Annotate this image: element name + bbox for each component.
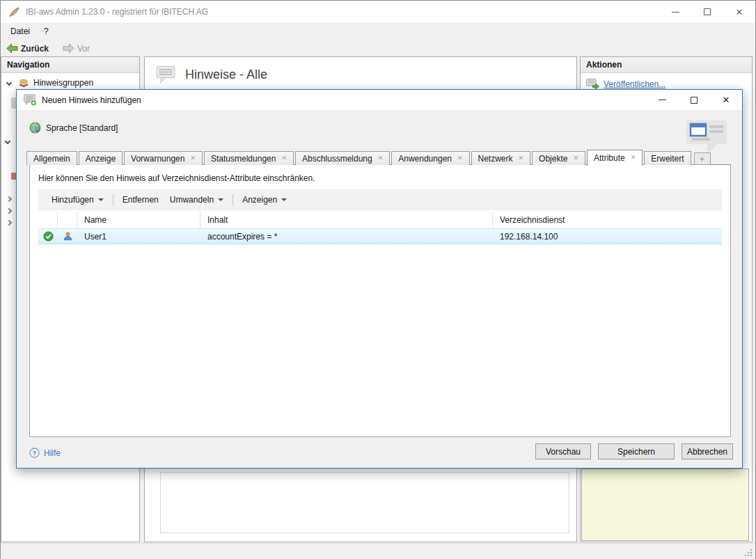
tree-icon-fragment — [11, 173, 16, 180]
close-tab-icon[interactable]: ✕ — [281, 155, 287, 162]
tab-vorwarnungen[interactable]: Vorwarnungen✕ — [124, 151, 203, 165]
back-button[interactable]: Zurück — [21, 44, 49, 54]
titlebar: IBI-aws Admin 1.23.0 - registriert für I… — [1, 1, 755, 23]
tab-statusmeldungen[interactable]: Statusmeldungen✕ — [204, 151, 294, 165]
status-ok-icon — [43, 231, 54, 242]
content-header: Hinweise - Alle — [145, 57, 576, 84]
toolbar-separator — [113, 194, 113, 205]
maximize-button[interactable] — [691, 1, 723, 23]
close-icon: ✕ — [736, 8, 743, 17]
tab-label: Allgemein — [33, 154, 70, 164]
close-button[interactable]: ✕ — [723, 1, 755, 23]
tab-erweitert[interactable]: Erweitert — [644, 151, 691, 165]
tab-anwendungen[interactable]: Anwendungen✕ — [391, 151, 469, 165]
close-tab-icon[interactable]: ✕ — [573, 155, 578, 162]
cancel-button[interactable]: Abbrechen — [682, 443, 733, 459]
forward-button[interactable]: Vor — [77, 44, 90, 54]
show-attribute-button[interactable]: Anzeigen — [237, 192, 292, 207]
add-attribute-button[interactable]: Hinzufügen — [46, 192, 109, 207]
dialog-buttons: Vorschau Speichern Abbrechen — [535, 443, 733, 459]
name-column-header[interactable]: Name — [77, 212, 200, 228]
navigation-header: Navigation — [1, 57, 139, 73]
app-window: IBI-aws Admin 1.23.0 - registriert für I… — [0, 0, 756, 559]
chevron-right-icon[interactable] — [6, 208, 12, 214]
close-tab-icon[interactable]: ✕ — [190, 155, 196, 162]
minimize-button[interactable] — [659, 1, 691, 23]
tree-item-label: Hinweisgruppen — [33, 78, 93, 88]
row-content-cell: accountExpires = * — [200, 229, 493, 244]
convert-attribute-button[interactable]: Umwandeln — [164, 192, 229, 207]
navigation-toolbar: Zurück Vor — [1, 40, 755, 56]
tab-allgemein[interactable]: Allgemein — [26, 151, 77, 165]
add-tab-button[interactable]: + — [694, 152, 711, 165]
menu-datei[interactable]: Datei — [3, 23, 37, 40]
publish-icon — [586, 79, 599, 89]
page-title: Hinweise - Alle — [185, 68, 267, 82]
minimize-icon — [672, 12, 679, 13]
tab-objekte[interactable]: Objekte✕ — [532, 151, 585, 165]
publish-action-row: Veröffentlichen... — [586, 79, 752, 89]
tab-label: Anwendungen — [398, 154, 452, 164]
table-row[interactable]: User1 accountExpires = * 192.168.14.100 — [38, 228, 722, 244]
attribute-toolbar: Hinzufügen Entfernen Umwandeln Anzeigen — [38, 189, 722, 210]
dialog-minimize-button[interactable] — [646, 90, 678, 110]
status-column-header[interactable] — [38, 212, 58, 228]
preview-button[interactable]: Vorschau — [535, 443, 591, 459]
hinweisgruppen-icon — [18, 78, 29, 88]
help-label: Hilfe — [44, 448, 61, 458]
content-inner-box — [160, 472, 569, 533]
chevron-right-icon[interactable] — [6, 196, 12, 202]
dialog-titlebar: Neuen Hinweis hinzufügen ✕ — [17, 90, 742, 110]
remove-attribute-button[interactable]: Entfernen — [117, 192, 164, 207]
back-arrow-icon[interactable] — [6, 43, 18, 54]
svg-text:?: ? — [33, 450, 36, 457]
attribute-tab-panel: Hier können Sie den Hinweis auf Verzeich… — [29, 164, 731, 437]
toolbar-separator — [233, 194, 233, 205]
dialog-close-button[interactable]: ✕ — [710, 90, 742, 110]
maximize-icon — [704, 8, 711, 15]
tab-abschlussmeldung[interactable]: Abschlussmeldung✕ — [295, 151, 390, 165]
dialog-maximize-button[interactable] — [678, 90, 710, 110]
tab-netzwerk[interactable]: Netzwerk✕ — [471, 151, 531, 165]
instruction-text: Hier können Sie den Hinweis auf Verzeich… — [38, 173, 722, 183]
tab-anzeige[interactable]: Anzeige — [79, 151, 123, 165]
type-column-header[interactable] — [58, 212, 77, 228]
resize-grip[interactable] — [745, 549, 752, 556]
statusbar — [1, 543, 755, 559]
forward-arrow-icon[interactable] — [63, 43, 74, 54]
user-icon — [63, 231, 73, 242]
directory-column-header[interactable]: Verzeichnisdienst — [493, 212, 722, 228]
close-tab-icon[interactable]: ✕ — [631, 155, 636, 161]
close-tab-icon[interactable]: ✕ — [457, 155, 463, 162]
globe-icon — [29, 122, 41, 134]
close-tab-icon[interactable]: ✕ — [378, 155, 384, 162]
content-column-header[interactable]: Inhalt — [200, 212, 493, 228]
tab-label: Vorwarnungen — [131, 154, 184, 164]
dropdown-caret-icon — [98, 198, 104, 201]
chevron-down-icon[interactable] — [6, 80, 12, 86]
close-icon: ✕ — [723, 95, 730, 104]
minimize-icon — [659, 100, 666, 100]
tab-label: Objekte — [539, 154, 567, 164]
language-label: Sprache [Standard] — [46, 123, 118, 133]
publish-link[interactable]: Veröffentlichen... — [604, 79, 666, 89]
chevron-right-icon[interactable] — [6, 220, 12, 226]
menubar: Datei ? — [1, 23, 755, 40]
maximize-icon — [691, 97, 698, 104]
tree-selection-fragment — [11, 97, 16, 109]
tab-attribute[interactable]: Attribute✕ — [587, 150, 643, 166]
save-button[interactable]: Speichern — [598, 443, 675, 459]
help-link[interactable]: ? Hilfe — [29, 448, 61, 458]
window-controls: ✕ — [659, 1, 755, 23]
app-logo-icon — [8, 6, 20, 18]
add-hint-dialog: Neuen Hinweis hinzufügen ✕ Sprache [Stan… — [16, 89, 743, 469]
dialog-title: Neuen Hinweis hinzufügen — [42, 95, 141, 105]
table-header-row: Name Inhalt Verzeichnisdienst — [38, 212, 722, 228]
chevron-down-icon[interactable] — [5, 139, 10, 144]
help-icon: ? — [29, 448, 40, 458]
tree-item-hinweisgruppen[interactable]: Hinweisgruppen — [1, 76, 139, 90]
convert-attribute-label: Umwandeln — [170, 195, 214, 205]
menu-help[interactable]: ? — [37, 23, 56, 40]
close-tab-icon[interactable]: ✕ — [519, 155, 524, 162]
language-selector[interactable]: Sprache [Standard] — [29, 122, 118, 134]
